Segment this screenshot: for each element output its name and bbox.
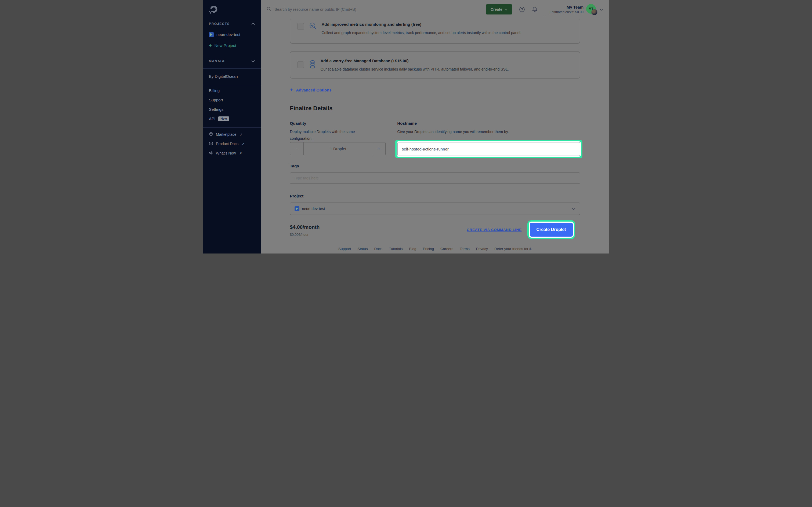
footer-link-tutorials[interactable]: Tutorials [389, 247, 403, 251]
search-input[interactable] [274, 7, 388, 12]
help-icon[interactable] [519, 6, 525, 12]
chevron-down-icon [505, 7, 507, 11]
create-droplet-button[interactable]: Create Droplet [530, 223, 573, 237]
sidebar-item-project[interactable]: neon-dev-test [203, 32, 261, 37]
footer-link-refer[interactable]: Refer your friends for $ [494, 247, 531, 251]
quantity-description: Deploy multiple Droplets with the same c… [290, 128, 370, 142]
layers-icon [209, 142, 213, 147]
project-field: Project neon-dev-test [290, 194, 580, 215]
managed-database-card-title: Add a worry-free Managed Database (+$15.… [321, 58, 509, 63]
managed-database-option-card: Add a worry-free Managed Database (+$15.… [290, 51, 580, 78]
projects-header-label: PROJECTS [209, 22, 230, 26]
monitoring-icon [309, 22, 317, 43]
footer-link-pricing[interactable]: Pricing [423, 247, 434, 251]
project-select[interactable]: neon-dev-test [290, 203, 580, 215]
megaphone-icon [209, 151, 213, 156]
monitoring-option-card: Add improved metrics monitoring and aler… [290, 18, 580, 44]
database-icon [309, 60, 316, 70]
chevron-down-icon [572, 206, 575, 211]
price-per-month: $4.00/month [290, 224, 320, 230]
cube-icon [209, 132, 213, 137]
quantity-value: 1 Droplet [304, 143, 373, 155]
digitalocean-logo-icon[interactable] [209, 5, 218, 14]
tags-field: Tags [290, 164, 580, 184]
advanced-options-label: Advanced Options [296, 88, 332, 92]
sidebar-item-by-digitalocean[interactable]: By DigitalOcean [203, 69, 261, 84]
team-menu[interactable]: My Team Estimated costs: $0.00 MT [550, 4, 603, 15]
chevron-down-icon [251, 59, 255, 63]
project-select-value: neon-dev-test [302, 207, 325, 211]
quantity-label: Quantity [290, 121, 397, 125]
quantity-stepper: − 1 Droplet + [290, 142, 386, 155]
sidebar-item-settings[interactable]: Settings [203, 105, 261, 114]
sidebar-item-api[interactable]: API New [203, 114, 261, 124]
create-button-label: Create [491, 7, 502, 11]
hostname-description: Give your Droplets an identifying name y… [397, 128, 580, 135]
topbar-divider [544, 3, 544, 15]
external-link-icon: ↗ [242, 142, 245, 146]
avatar[interactable]: MT [586, 4, 597, 15]
footer-link-careers[interactable]: Careers [440, 247, 453, 251]
sidebar-item-billing[interactable]: Billing [203, 86, 261, 95]
footer: Support Status Docs Tutorials Blog Prici… [261, 244, 609, 253]
sidebar-manage-group: Billing Support Settings API New [203, 84, 261, 125]
topbar: Create My Team Estimated costs: $0.00 [261, 0, 609, 19]
finalize-details-heading: Finalize Details [290, 105, 580, 112]
new-project-link[interactable]: + New Project [203, 43, 261, 48]
plus-icon: + [290, 87, 293, 93]
footer-link-status[interactable]: Status [357, 247, 368, 251]
footer-link-support[interactable]: Support [338, 247, 351, 251]
footer-link-docs[interactable]: Docs [374, 247, 383, 251]
estimated-costs: Estimated costs: $0.00 [550, 10, 583, 14]
new-project-label: New Project [214, 43, 236, 48]
managed-database-card-description: Our scalable database cluster service in… [321, 67, 509, 71]
hostname-label: Hostname [397, 121, 580, 125]
price-per-hour: $0.006/hour [290, 233, 320, 237]
bottom-action-bar: $4.00/month $0.006/hour CREATE VIA COMMA… [261, 215, 609, 244]
product-docs-label: Product Docs [216, 142, 239, 146]
sidebar: PROJECTS neon-dev-test + New Project MAN… [203, 0, 261, 253]
billing-label: Billing [209, 88, 220, 93]
monitoring-card-title: Add improved metrics monitoring and aler… [322, 22, 521, 27]
managed-database-checkbox[interactable] [297, 61, 304, 68]
quantity-decrease-button[interactable]: − [290, 143, 304, 155]
quantity-increase-button[interactable]: + [373, 143, 385, 155]
create-via-command-line-link[interactable]: CREATE VIA COMMAND LINE [467, 228, 521, 232]
hostname-input[interactable] [397, 142, 580, 156]
team-name: My Team [550, 5, 583, 9]
monitoring-checkbox[interactable] [297, 23, 304, 30]
support-label: Support [209, 98, 223, 102]
projects-section-header[interactable]: PROJECTS [203, 22, 261, 26]
plus-icon: + [209, 43, 212, 48]
footer-link-blog[interactable]: Blog [409, 247, 416, 251]
manage-header-label: MANAGE [209, 59, 226, 63]
advanced-options-link[interactable]: + Advanced Options [290, 87, 332, 93]
quantity-field: Quantity Deploy multiple Droplets with t… [290, 121, 397, 156]
notifications-bell-icon[interactable] [532, 6, 538, 12]
search-icon [267, 7, 271, 12]
user-avatar [591, 9, 598, 15]
sidebar-item-product-docs[interactable]: Product Docs ↗ [203, 139, 261, 149]
tags-label: Tags [290, 164, 580, 168]
manage-section-header[interactable]: MANAGE [203, 54, 261, 68]
sidebar-item-whats-new[interactable]: What's New ↗ [203, 149, 261, 158]
sidebar-external-group: Marketplace ↗ Product Docs ↗ What' [203, 128, 261, 160]
tags-input[interactable] [290, 172, 580, 184]
project-icon [295, 206, 299, 211]
chevron-up-icon [251, 22, 255, 26]
sidebar-item-support[interactable]: Support [203, 95, 261, 105]
footer-link-privacy[interactable]: Privacy [476, 247, 488, 251]
new-badge: New [218, 116, 229, 121]
create-button[interactable]: Create [486, 4, 512, 14]
sidebar-item-marketplace[interactable]: Marketplace ↗ [203, 130, 261, 139]
monitoring-card-description: Collect and graph expanded system-level … [322, 31, 521, 35]
global-search[interactable] [267, 7, 486, 12]
whats-new-label: What's New [216, 151, 236, 155]
hostname-field: Hostname Give your Droplets an identifyi… [397, 121, 580, 156]
settings-label: Settings [209, 107, 223, 112]
project-icon [209, 32, 214, 37]
external-link-icon: ↗ [239, 151, 242, 155]
external-link-icon: ↗ [240, 132, 243, 136]
footer-link-terms[interactable]: Terms [460, 247, 470, 251]
digitalocean-create-droplet-page: PROJECTS neon-dev-test + New Project MAN… [203, 0, 609, 253]
